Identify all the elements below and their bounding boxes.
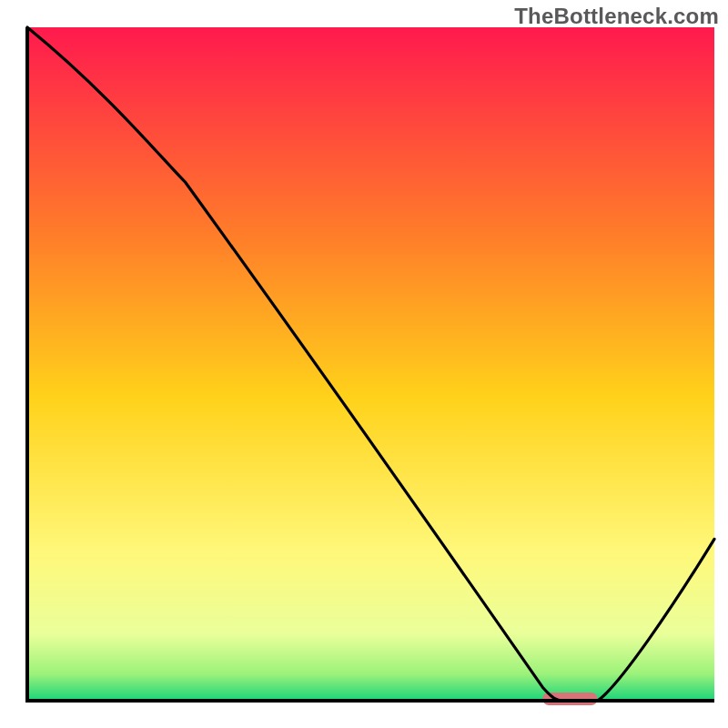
- bottleneck-chart: TheBottleneck.com: [0, 0, 728, 728]
- watermark-text: TheBottleneck.com: [514, 4, 719, 29]
- chart-svg: [0, 0, 728, 728]
- plot-background: [27, 27, 714, 701]
